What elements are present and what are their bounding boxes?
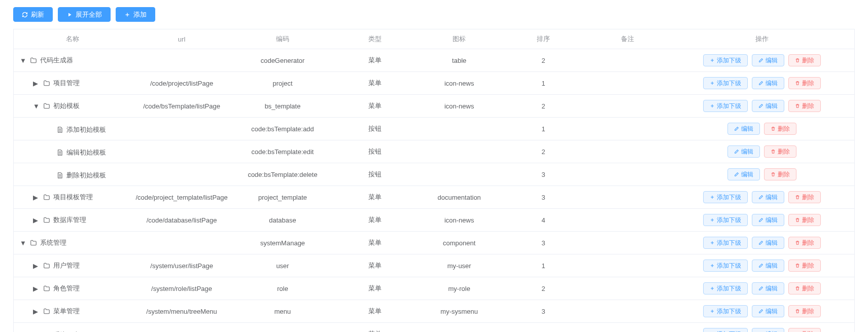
delete-button[interactable]: 删除 bbox=[788, 260, 821, 272]
edit-button[interactable]: 编辑 bbox=[752, 260, 784, 272]
folder-icon bbox=[43, 308, 50, 315]
trash-icon bbox=[795, 263, 800, 268]
add-child-button[interactable]: 添加下级 bbox=[703, 237, 748, 249]
row-name-label: 项目模板管理 bbox=[53, 193, 93, 202]
edit-button[interactable]: 编辑 bbox=[752, 305, 784, 317]
edit-button[interactable]: 编辑 bbox=[752, 100, 784, 112]
table-row: 删除初始模板code:bsTemplate:delete按钮3编辑删除 bbox=[14, 163, 855, 186]
add-child-button[interactable]: 添加下级 bbox=[703, 100, 748, 112]
edit-button[interactable]: 编辑 bbox=[752, 328, 784, 332]
cell-url bbox=[131, 140, 232, 163]
delete-button[interactable]: 删除 bbox=[764, 145, 796, 158]
op-label: 添加下级 bbox=[717, 217, 741, 223]
edit-button[interactable]: 编辑 bbox=[727, 145, 760, 158]
op-label: 添加下级 bbox=[717, 240, 741, 246]
edit-button[interactable]: 编辑 bbox=[752, 237, 784, 249]
refresh-button[interactable]: 刷新 bbox=[13, 7, 53, 22]
delete-button[interactable]: 删除 bbox=[788, 282, 821, 294]
add-child-button[interactable]: 添加下级 bbox=[703, 305, 748, 317]
trash-icon bbox=[795, 103, 800, 108]
tree-toggle-collapsed[interactable]: ▶ bbox=[33, 216, 38, 224]
add-child-button[interactable]: 添加下级 bbox=[703, 282, 748, 294]
cell-name: ▶项目模板管理 bbox=[14, 186, 131, 209]
edit-button[interactable]: 编辑 bbox=[752, 191, 784, 203]
add-child-button[interactable]: 添加下级 bbox=[703, 191, 748, 203]
tree-toggle-expanded[interactable]: ▼ bbox=[20, 57, 25, 64]
cell-operation: 添加下级编辑删除 bbox=[670, 72, 855, 95]
cell-icon: icon-news bbox=[417, 209, 501, 232]
refresh-icon bbox=[22, 12, 28, 18]
op-label: 编辑 bbox=[766, 194, 778, 200]
edit-button[interactable]: 编辑 bbox=[727, 123, 760, 135]
op-label: 删除 bbox=[778, 149, 790, 155]
cell-remark bbox=[585, 254, 670, 277]
tree-toggle-collapsed[interactable]: ▶ bbox=[33, 80, 38, 87]
edit-button[interactable]: 编辑 bbox=[752, 54, 784, 66]
tree-toggle-collapsed[interactable]: ▶ bbox=[33, 308, 38, 315]
tree-toggle-collapsed[interactable]: ▶ bbox=[33, 194, 38, 201]
table-row: ▶用户管理/system/user/listPageuser菜单my-user1… bbox=[14, 254, 855, 277]
op-label: 编辑 bbox=[741, 171, 753, 177]
add-child-button[interactable]: 添加下级 bbox=[703, 77, 748, 89]
cell-type: 菜单 bbox=[333, 232, 418, 254]
cell-sort: 3 bbox=[501, 186, 585, 209]
delete-button[interactable]: 删除 bbox=[788, 191, 821, 203]
cell-icon: icon-news bbox=[417, 95, 501, 118]
op-label: 删除 bbox=[802, 194, 814, 200]
delete-button[interactable]: 删除 bbox=[788, 237, 821, 249]
cell-remark bbox=[585, 95, 670, 118]
table-row: ▼代码生成器codeGenerator菜单table2添加下级编辑删除 bbox=[14, 49, 855, 72]
folder-icon bbox=[43, 216, 50, 224]
delete-button[interactable]: 删除 bbox=[764, 168, 796, 180]
cell-type: 菜单 bbox=[333, 209, 418, 232]
cell-type: 菜单 bbox=[333, 72, 418, 95]
cell-remark bbox=[585, 277, 670, 300]
delete-button[interactable]: 删除 bbox=[788, 305, 821, 317]
cell-sort: 2 bbox=[501, 140, 585, 163]
tree-toggle-expanded[interactable]: ▼ bbox=[20, 239, 25, 247]
delete-button[interactable]: 删除 bbox=[788, 54, 821, 66]
trash-icon bbox=[771, 126, 776, 131]
delete-button[interactable]: 删除 bbox=[788, 328, 821, 332]
table-row: 编辑初始模板code:bsTemplate:edit按钮2编辑删除 bbox=[14, 140, 855, 163]
add-button[interactable]: 添加 bbox=[116, 7, 155, 22]
trash-icon bbox=[795, 286, 800, 291]
op-label: 编辑 bbox=[766, 217, 778, 223]
edit-button[interactable]: 编辑 bbox=[752, 214, 784, 226]
col-code: 编码 bbox=[232, 29, 333, 49]
edit-icon bbox=[734, 126, 739, 131]
tree-toggle-collapsed[interactable]: ▶ bbox=[33, 285, 38, 292]
delete-button[interactable]: 删除 bbox=[788, 100, 821, 112]
tree-toggle-expanded[interactable]: ▼ bbox=[33, 102, 38, 110]
cell-sort: 4 bbox=[501, 323, 585, 333]
cell-name: 编辑初始模板 bbox=[14, 140, 131, 163]
delete-button[interactable]: 删除 bbox=[788, 77, 821, 89]
file-icon bbox=[56, 172, 63, 179]
op-label: 编辑 bbox=[766, 308, 778, 314]
edit-button[interactable]: 编辑 bbox=[752, 282, 784, 294]
row-name-label: 项目管理 bbox=[53, 79, 80, 88]
add-child-button[interactable]: 添加下级 bbox=[703, 214, 748, 226]
expand-all-button[interactable]: 展开全部 bbox=[58, 7, 111, 22]
add-child-button[interactable]: 添加下级 bbox=[703, 54, 748, 66]
add-label: 添加 bbox=[133, 11, 147, 18]
edit-button[interactable]: 编辑 bbox=[752, 77, 784, 89]
add-child-button[interactable]: 添加下级 bbox=[703, 260, 748, 272]
delete-button[interactable]: 删除 bbox=[764, 123, 796, 135]
delete-button[interactable]: 删除 bbox=[788, 214, 821, 226]
cell-type: 按钮 bbox=[333, 163, 418, 186]
edit-icon bbox=[734, 149, 739, 154]
add-child-button[interactable]: 添加下级 bbox=[703, 328, 748, 332]
cell-icon: icon-news bbox=[417, 72, 501, 95]
cell-url bbox=[131, 49, 232, 72]
play-icon bbox=[66, 12, 73, 18]
cell-name: ▶角色管理 bbox=[14, 277, 131, 300]
edit-button[interactable]: 编辑 bbox=[727, 168, 760, 180]
cell-operation: 编辑删除 bbox=[670, 140, 855, 163]
cell-sort: 1 bbox=[501, 72, 585, 95]
file-icon bbox=[56, 126, 63, 133]
cell-sort: 3 bbox=[501, 163, 585, 186]
cell-icon: my-user bbox=[417, 254, 501, 277]
cell-type: 菜单 bbox=[333, 323, 418, 333]
tree-toggle-collapsed[interactable]: ▶ bbox=[33, 262, 38, 270]
